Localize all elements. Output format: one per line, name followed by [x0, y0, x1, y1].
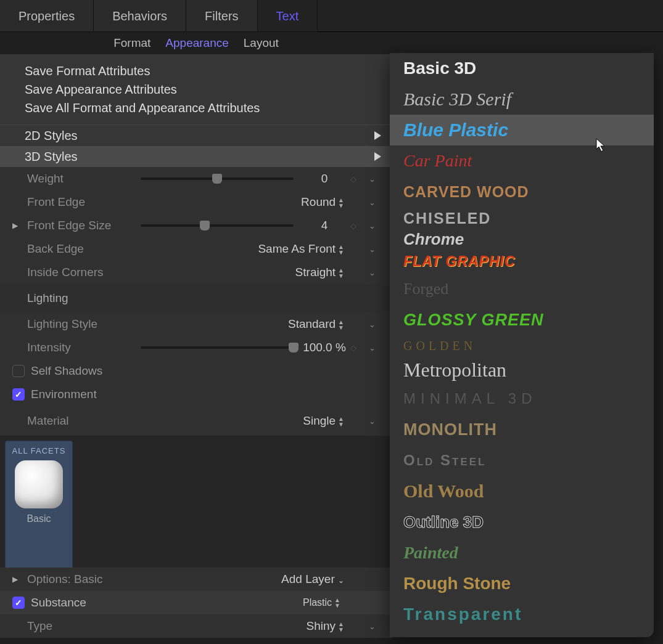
param-front-edge-size: ▶ Front Edge Size 4 ◇ ⌄ [0, 214, 392, 237]
inspector-tabs: Properties Behaviors Filters Text [0, 0, 663, 32]
subtab-appearance[interactable]: Appearance [165, 36, 228, 50]
inspector-panel: Save Format Attributes Save Appearance A… [0, 54, 392, 638]
environment-checkbox[interactable] [12, 388, 25, 401]
param-label: Options: Basic [27, 573, 150, 586]
param-inside-corners: Inside Corners Straight▲▼ ⌄ [0, 261, 392, 284]
front-edge-size-slider[interactable] [141, 224, 294, 227]
3d-styles-submenu: Basic 3DBasic 3D SerifBlue PlasticCar Pa… [390, 53, 654, 637]
style-preset-item[interactable]: Painted [390, 537, 654, 568]
substance-checkbox[interactable] [12, 597, 25, 609]
param-label: Material [27, 414, 132, 428]
menu-2d-styles[interactable]: 2D Styles [0, 125, 392, 146]
style-preset-item[interactable]: Old Wood [390, 476, 654, 507]
style-preset-item[interactable]: GLOSSY GREEN [390, 304, 654, 335]
style-preset-item[interactable]: Blue Plastic [390, 115, 654, 145]
param-menu-icon[interactable]: ⌄ [360, 622, 384, 631]
self-shadows-checkbox[interactable] [12, 365, 25, 377]
style-preset-item[interactable]: CHISELED [390, 207, 654, 229]
param-self-shadows: Self Shadows [0, 359, 392, 383]
keyframe-diamond-icon[interactable]: ◇ [347, 221, 360, 230]
param-environment: Environment [0, 383, 392, 406]
style-preset-item[interactable]: Chrome [390, 229, 654, 249]
param-options: ▶ Options: Basic Add Layer ⌄ [0, 568, 392, 591]
param-front-edge: Front Edge Round▲▼ ⌄ [0, 190, 392, 214]
style-preset-item[interactable]: FLAT GRAPHIC [390, 249, 654, 274]
material-dropdown[interactable]: Single▲▼ [132, 414, 347, 428]
param-menu-icon[interactable]: ⌄ [360, 174, 384, 184]
add-layer-dropdown[interactable]: Add Layer ⌄ [150, 573, 347, 586]
style-preset-item[interactable]: MONOLITH [390, 414, 654, 445]
param-menu-icon[interactable]: ⌄ [360, 245, 384, 254]
param-label: Front Edge Size [27, 219, 132, 232]
param-lighting-style: Lighting Style Standard▲▼ ⌄ [0, 312, 392, 336]
lighting-style-dropdown[interactable]: Standard▲▼ [132, 317, 347, 331]
swatch-name: Basic [27, 513, 51, 524]
param-substance: Substance Plastic▲▼ [0, 591, 392, 614]
param-back-edge: Back Edge Same As Front▲▼ ⌄ [0, 237, 392, 261]
submenu-arrow-icon [374, 131, 381, 140]
disclosure-triangle-icon[interactable]: ▶ [12, 221, 18, 230]
style-preset-item[interactable]: Outline 3D [390, 507, 654, 537]
menu-3d-styles-label: 3D Styles [25, 150, 78, 164]
style-preset-item[interactable]: Basic 3D Serif [390, 84, 654, 115]
inside-corners-dropdown[interactable]: Straight▲▼ [132, 266, 347, 279]
menu-2d-styles-label: 2D Styles [25, 129, 78, 143]
disclosure-triangle-icon[interactable]: ▶ [12, 575, 18, 584]
material-swatch[interactable]: ALL FACETS Basic [5, 441, 73, 570]
style-preset-item[interactable]: Basic 3D [390, 53, 654, 84]
style-preset-item[interactable]: MINIMAL 3D [390, 383, 654, 414]
menu-3d-styles[interactable]: 3D Styles [0, 146, 392, 167]
param-menu-icon[interactable]: ⌄ [360, 268, 384, 277]
style-preset-item[interactable]: Old Steel [390, 445, 654, 476]
param-menu-icon[interactable]: ⌄ [360, 417, 384, 426]
param-menu-icon[interactable]: ⌄ [360, 198, 384, 207]
param-label: Lighting Style [27, 317, 132, 331]
back-edge-dropdown[interactable]: Same As Front▲▼ [132, 242, 347, 256]
section-lighting: Lighting [0, 284, 392, 312]
checkbox-label: Substance [31, 596, 123, 609]
intensity-value[interactable]: 100.0 % [302, 341, 347, 354]
checkbox-label: Self Shadows [31, 364, 102, 378]
menu-save-format[interactable]: Save Format Attributes [25, 62, 374, 80]
param-intensity: Intensity 100.0 % ◇ ⌄ [0, 336, 392, 359]
param-type: Type Shiny▲▼ ⌄ [0, 614, 392, 638]
param-label: Front Edge [27, 195, 132, 209]
menu-save-all[interactable]: Save All Format and Appearance Attribute… [25, 99, 374, 117]
weight-value[interactable]: 0 [302, 172, 347, 185]
weight-slider[interactable] [141, 177, 294, 180]
material-preview-icon [15, 460, 63, 508]
text-subtabs: Format Appearance Layout [0, 32, 392, 54]
front-edge-size-value[interactable]: 4 [302, 219, 347, 232]
intensity-slider[interactable] [141, 346, 294, 349]
style-preset-item[interactable]: Car Paint [390, 145, 654, 176]
param-weight: Weight 0 ◇ ⌄ [0, 167, 392, 190]
param-label: Inside Corners [27, 266, 132, 279]
style-preset-item[interactable]: Forged [390, 274, 654, 304]
keyframe-diamond-icon[interactable]: ◇ [347, 174, 360, 184]
keyframe-diamond-icon[interactable]: ◇ [347, 343, 360, 353]
tab-behaviors[interactable]: Behaviors [94, 0, 186, 32]
style-preset-item[interactable]: Transparent [390, 599, 654, 630]
style-preset-item[interactable]: GOLDEN [390, 335, 654, 356]
subtab-format[interactable]: Format [113, 36, 150, 50]
menu-save-appearance[interactable]: Save Appearance Attributes [25, 80, 374, 99]
param-menu-icon[interactable]: ⌄ [360, 343, 384, 353]
subtab-layout[interactable]: Layout [244, 36, 279, 50]
param-label: Intensity [27, 341, 132, 354]
param-label: Back Edge [27, 242, 132, 256]
front-edge-dropdown[interactable]: Round▲▼ [132, 195, 347, 209]
style-preset-item[interactable]: CARVED WOOD [390, 176, 654, 207]
style-preset-item[interactable]: Metropolitan [390, 356, 654, 383]
submenu-arrow-icon [374, 152, 381, 161]
param-menu-icon[interactable]: ⌄ [360, 221, 384, 230]
tab-text[interactable]: Text [258, 0, 318, 32]
checkbox-label: Environment [31, 388, 97, 401]
tab-filters[interactable]: Filters [186, 0, 257, 32]
param-label: Type [27, 619, 132, 633]
preset-popup: Save Format Attributes Save Appearance A… [0, 54, 392, 125]
substance-dropdown[interactable]: Plastic▲▼ [130, 597, 349, 609]
style-preset-item[interactable]: Rough Stone [390, 568, 654, 599]
tab-properties[interactable]: Properties [0, 0, 94, 32]
type-dropdown[interactable]: Shiny▲▼ [132, 619, 347, 633]
param-menu-icon[interactable]: ⌄ [360, 320, 384, 329]
